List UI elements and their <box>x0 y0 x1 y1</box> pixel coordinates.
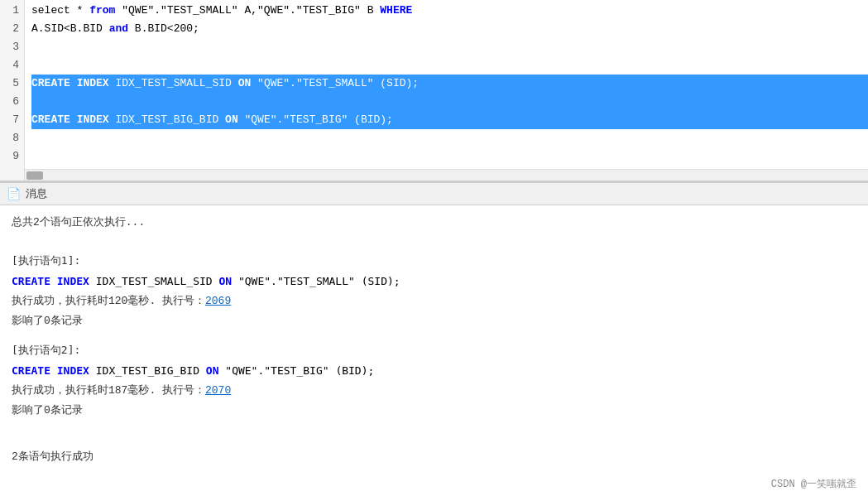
code-line-3[interactable] <box>31 38 868 56</box>
line-number-6: 6 <box>0 93 19 111</box>
code-line-4[interactable] <box>31 56 868 75</box>
footer-bar: CSDN @一笑嗤就歪 <box>0 472 868 496</box>
summary-line: 总共2个语句正依次执行... <box>12 214 856 232</box>
footer-right: CSDN @一笑嗤就歪 <box>771 477 856 491</box>
code-line-8[interactable] <box>31 129 868 147</box>
line-number-7: 7 <box>0 111 19 129</box>
code-line-1[interactable]: select * from "QWE"."TEST_SMALL" A,"QWE"… <box>31 2 868 20</box>
line-number-2: 2 <box>0 20 19 38</box>
messages-title: 消息 <box>26 186 47 201</box>
line-number-3: 3 <box>0 38 19 56</box>
line-number-8: 8 <box>0 129 19 147</box>
code-line-9[interactable] <box>31 147 868 166</box>
editor-section: 123456789 select * from "QWE"."TEST_SMAL… <box>0 0 868 182</box>
msg-label-1: [执行语句1]: <box>12 252 856 271</box>
code-lines[interactable]: select * from "QWE"."TEST_SMALL" A,"QWE"… <box>25 0 868 181</box>
messages-section: 📄 消息 总共2个语句正依次执行... [执行语句1]:CREATE INDEX… <box>0 182 868 496</box>
scrollbar-thumb[interactable] <box>26 171 43 180</box>
line-numbers: 123456789 <box>0 0 25 181</box>
messages-header: 📄 消息 <box>0 182 868 205</box>
msg-sql-2: CREATE INDEX IDX_TEST_BIG_BID ON "QWE"."… <box>12 362 856 380</box>
msg-impact-1: 影响了0条记录 <box>12 312 856 330</box>
exec-num-link-1[interactable]: 2069 <box>205 295 231 307</box>
code-line-7[interactable]: CREATE INDEX IDX_TEST_BIG_BID ON "QWE"."… <box>31 111 868 129</box>
horizontal-scrollbar[interactable] <box>25 169 868 181</box>
msg-result-1: 执行成功，执行耗时120毫秒. 执行号：2069 <box>12 292 856 311</box>
msg-sql-1: CREATE INDEX IDX_TEST_SMALL_SID ON "QWE"… <box>12 272 856 291</box>
msg-label-2: [执行语句2]: <box>12 341 856 360</box>
footer-summary: 2条语句执行成功 <box>12 430 856 466</box>
line-number-5: 5 <box>0 75 19 93</box>
msg-section-1: [执行语句1]:CREATE INDEX IDX_TEST_SMALL_SID … <box>12 252 856 330</box>
line-number-9: 9 <box>0 147 19 166</box>
line-number-1: 1 <box>0 2 19 20</box>
msg-result-2: 执行成功，执行耗时187毫秒. 执行号：2070 <box>12 382 856 400</box>
code-line-5[interactable]: CREATE INDEX IDX_TEST_SMALL_SID ON "QWE"… <box>31 75 868 93</box>
message-icon: 📄 <box>7 187 21 201</box>
messages-body: 总共2个语句正依次执行... [执行语句1]:CREATE INDEX IDX_… <box>0 205 868 476</box>
exec-num-link-2[interactable]: 2070 <box>205 384 231 397</box>
code-line-2[interactable]: A.SID<B.BID and B.BID<200; <box>31 20 868 38</box>
code-line-6[interactable] <box>31 93 868 111</box>
msg-impact-2: 影响了0条记录 <box>12 402 856 420</box>
code-area: 123456789 select * from "QWE"."TEST_SMAL… <box>0 0 868 181</box>
msg-section-2: [执行语句2]:CREATE INDEX IDX_TEST_BIG_BID ON… <box>12 341 856 420</box>
line-number-4: 4 <box>0 56 19 75</box>
